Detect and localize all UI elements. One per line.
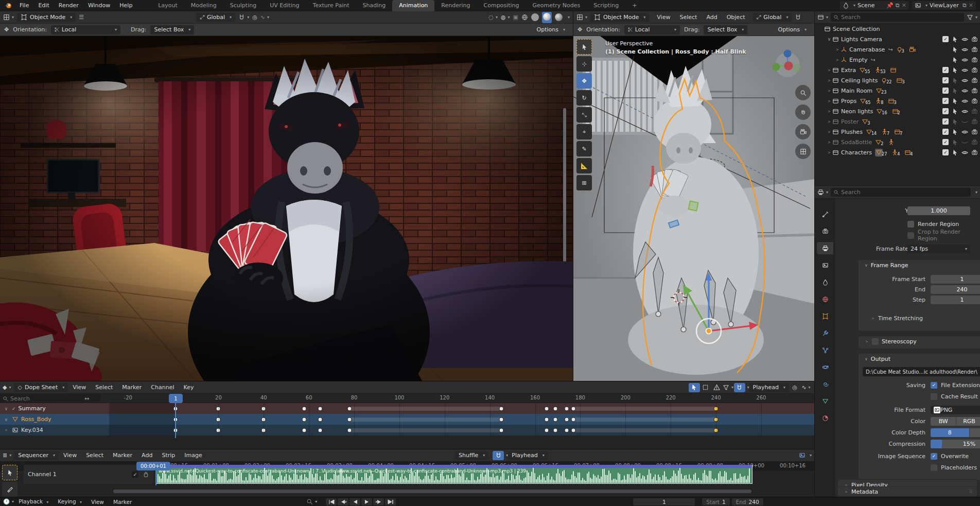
expand-icon[interactable]: ＞ (834, 46, 841, 53)
selectable-icon[interactable] (952, 129, 958, 135)
frame-end-field[interactable]: 240 (931, 285, 980, 294)
jump-to-end-button[interactable] (385, 498, 396, 505)
keyframe[interactable] (347, 428, 352, 432)
render-visibility-icon[interactable] (971, 108, 978, 115)
expand-icon[interactable]: ＞ (826, 67, 832, 74)
viewport-visibility-icon[interactable] (961, 77, 968, 84)
render-visibility-icon[interactable] (971, 46, 978, 53)
viewport-menu-select[interactable]: Select (675, 12, 702, 23)
outliner-row-props[interactable]: ＞Props6583✓ (815, 96, 980, 106)
viewport-visibility-icon[interactable] (961, 57, 968, 63)
topbar-menu-help[interactable]: Help (115, 0, 137, 11)
properties-tab-particles-icon[interactable] (817, 344, 833, 356)
workspace-tab-layout[interactable]: Layout (151, 0, 184, 11)
channel-mute-checkbox[interactable]: ✓ (132, 471, 138, 478)
stereoscopy-panel[interactable]: ＞ Stereoscopy ⠿ (858, 336, 980, 349)
sequencer-view-dropdown[interactable]: Sequencer▾ (14, 451, 59, 460)
expand-icon[interactable]: ＞ (826, 108, 832, 115)
viewport-visibility-icon[interactable] (961, 67, 968, 74)
workspace-tab-geometry-nodes[interactable]: Geometry Nodes (526, 0, 587, 11)
render-visibility-icon[interactable] (971, 36, 978, 43)
sequencer-menu-view[interactable]: View (59, 450, 81, 461)
snap-magnet-icon[interactable]: ▾ (238, 14, 249, 21)
sequencer-channel[interactable]: Channel 1 ✓ (24, 465, 153, 484)
keyframe[interactable] (318, 417, 323, 422)
sequencer-menu-add[interactable]: Add (137, 450, 157, 461)
outliner-row-poster[interactable]: ＞Poster3✓ (815, 116, 980, 127)
keyframe[interactable] (347, 417, 352, 422)
expand-icon[interactable]: ＞ (834, 57, 841, 63)
keyframe[interactable] (499, 406, 503, 411)
expand-icon[interactable]: ＞ (826, 139, 832, 146)
workspace-tab-animation[interactable]: Animation (392, 0, 434, 11)
keyframe[interactable] (302, 417, 307, 422)
selectable-icon[interactable] (952, 149, 958, 156)
blade-tool[interactable] (2, 482, 18, 497)
viewport-visibility-icon[interactable] (961, 139, 968, 146)
cache-result-checkbox[interactable] (931, 393, 937, 400)
editor-type-icon[interactable]: ≣▾ (3, 452, 11, 459)
new-viewlayer-icon[interactable]: ⧉ (962, 2, 967, 9)
frame-step-field[interactable]: 1 (931, 295, 980, 304)
audio-strip[interactable]: www.ssvid.net--Quickest-way-to-confiscat… (156, 465, 752, 484)
frame-rate-dropdown[interactable]: 24 fps▾ (907, 245, 970, 253)
blender-logo-icon[interactable] (4, 2, 12, 9)
viewlayer-selector[interactable]: ▾ ViewLayer ⧉ ✕ (912, 1, 976, 10)
exclude-checkbox[interactable]: ✓ (942, 118, 949, 125)
expand-icon[interactable]: ＞ (826, 129, 832, 135)
properties-tab-physics-icon[interactable] (817, 361, 833, 373)
select-tool[interactable] (2, 465, 18, 480)
topbar-menu-edit[interactable]: Edit (33, 0, 54, 11)
prev-keyframe-button[interactable] (338, 498, 348, 505)
render-visibility-icon[interactable] (971, 118, 978, 125)
current-frame-badge[interactable]: 1 (169, 394, 183, 403)
segment-option-8[interactable]: 8 (931, 428, 970, 437)
outliner-row-neon-lights[interactable]: ＞Neon lights162✓ (815, 106, 980, 116)
workspace-tab-rendering[interactable]: Rendering (434, 0, 477, 11)
overlays-toggle-icon[interactable]: ◍▾ (501, 14, 510, 21)
render-visibility-icon[interactable] (971, 129, 978, 135)
cursor-tool[interactable]: ⊹ (576, 56, 592, 72)
drag-dropdown[interactable]: Select Box▾ (150, 25, 194, 34)
lock-icon[interactable] (143, 471, 149, 478)
viewport-visibility-icon[interactable] (961, 108, 968, 115)
play-reverse-button[interactable] (349, 498, 360, 505)
viewport-visibility-icon[interactable] (961, 149, 968, 156)
properties-tab-material-icon[interactable] (817, 412, 833, 424)
gizmos-toggle-icon[interactable]: ◌▾ (488, 14, 498, 21)
orientation-dropdown[interactable]: ⤪ Local ▾ (624, 25, 680, 34)
expand-icon[interactable]: ＞ (826, 149, 832, 156)
workspace-tab-modeling[interactable]: Modeling (184, 0, 223, 11)
compression-slider[interactable]: 15% (931, 440, 980, 448)
search-input[interactable] (10, 395, 82, 402)
exclude-checkbox[interactable]: ✓ (942, 67, 949, 73)
crop-region-checkbox[interactable] (907, 232, 914, 239)
keyframe[interactable] (544, 417, 549, 422)
outliner-row-scene-collection[interactable]: Scene Collection (815, 24, 980, 34)
snap-target-dropdown[interactable]: Playhead▾ (749, 383, 789, 392)
frame-start-field[interactable]: 1 (931, 275, 980, 284)
dope-sheet-menu-key[interactable]: Key (179, 382, 198, 393)
render-visibility-icon[interactable] (971, 57, 978, 63)
expand-icon[interactable]: ＞ (826, 88, 832, 94)
sequencer-menu-strip[interactable]: Strip (157, 450, 180, 461)
dope-channel-ross_body[interactable]: ∨Ross_Body (0, 414, 814, 425)
frame-start-field[interactable]: Start1 (702, 498, 729, 505)
mode-dropdown[interactable]: Object Mode▾ (17, 13, 76, 22)
pin-icon[interactable]: 📌 (886, 2, 894, 9)
selectable-icon[interactable] (952, 77, 958, 84)
frame-end-field[interactable]: End240 (732, 498, 763, 505)
shading-material-icon[interactable] (542, 12, 552, 23)
viewport-visibility-icon[interactable] (961, 98, 968, 104)
sequencer-menu-image[interactable]: Image (180, 450, 206, 461)
selectable-icon[interactable] (952, 98, 958, 104)
keyframe[interactable] (571, 417, 576, 422)
shading-solid-icon[interactable] (531, 13, 539, 21)
horizontal-scrollbar[interactable] (113, 490, 751, 493)
move-tool[interactable]: ✥ (576, 73, 592, 89)
workspace-tab-compositing[interactable]: Compositing (477, 0, 526, 11)
segment-option-16[interactable]: 16 (970, 428, 980, 437)
dope-sheet-ruler[interactable]: -2020406080100120140160180200220240260 (0, 394, 814, 403)
properties-tab-object-data-icon[interactable] (817, 395, 833, 407)
viewport-solid[interactable]: ▾ Object Mode▾ ViewSelectAddObject ⤢ Glo… (573, 11, 814, 381)
